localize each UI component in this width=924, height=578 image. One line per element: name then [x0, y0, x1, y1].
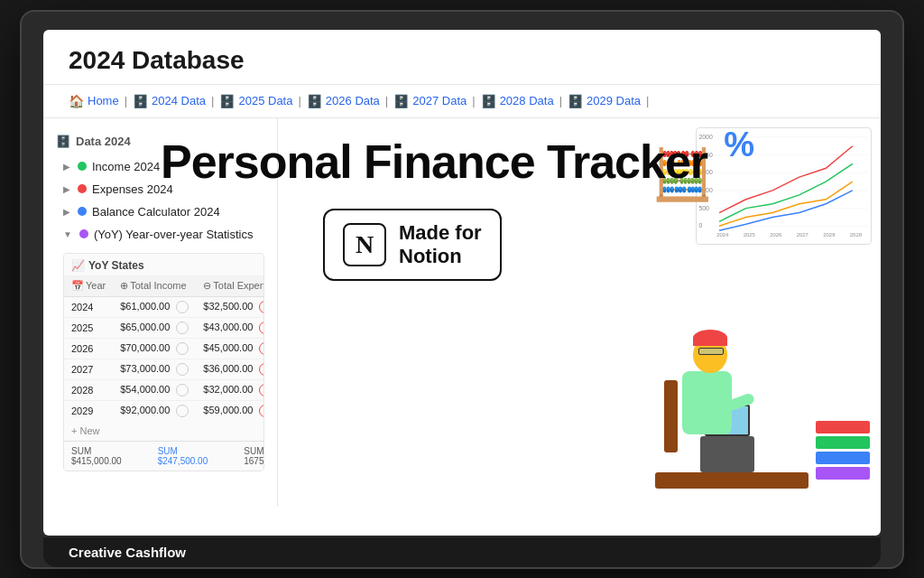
cell-year: 2028 [64, 379, 113, 400]
screen: 2024 Database 🏠 Home | 🗄️ 2024 Data | 🗄️… [43, 30, 881, 536]
cell-year: 2029 [64, 400, 113, 421]
yoy-table-wrap: 📈 YoY States 📅Year ⊕Total Income ⊖Total … [63, 253, 264, 472]
chart-svg: 2000 1750 1500 1000 500 0 [697, 128, 871, 244]
sidebar-item-balance[interactable]: ▶ Balance Calculator 2024 [43, 200, 277, 223]
table-row[interactable]: 2029 $92,000.00 $59,000.00 $33,000.00 36… [64, 400, 264, 421]
bottom-bar: Creative Cashflow [43, 537, 881, 567]
sidebar-item-yoy-header[interactable]: ▼ (YoY) Year-over-year Statistics [43, 223, 277, 246]
db-icon-2027: 🗄️ [393, 94, 409, 108]
nav-item-2026[interactable]: 🗄️ 2026 Data [307, 94, 380, 108]
new-row-button[interactable]: + New [64, 421, 263, 441]
col-year: 📅Year [64, 275, 113, 297]
collapse-icon-yoy: ▼ [63, 229, 72, 239]
cell-expense: $36,000.00 [196, 359, 264, 379]
db-icon-2026: 🗄️ [307, 94, 322, 108]
table-row[interactable]: 2026 $70,000.00 $45,000.00 $25,000.00 36… [64, 338, 264, 359]
svg-text:1500: 1500 [698, 169, 712, 175]
nav-item-2027[interactable]: 🗄️ 2027 Data [393, 94, 467, 108]
sum-row: SUM $415,000.00 SUM $247,500.00 SUM 1675… [64, 441, 263, 471]
yoy-section: 📈 YoY States 📅Year ⊕Total Income ⊖Total … [43, 246, 277, 472]
table-row[interactable]: 2028 $54,000.00 $32,000.00 $22,000.00 41… [64, 379, 264, 400]
svg-text:0: 0 [698, 222, 702, 228]
cell-income: $73,000.00 [113, 359, 196, 379]
sidebar-section-header: 🗄️ Data 2024 [43, 131, 277, 152]
laptop-frame: 2024 Database 🏠 Home | 🗄️ 2024 Data | 🗄️… [20, 10, 904, 569]
cell-expense: $32,000.00 [196, 379, 264, 400]
sidebar: 🗄️ Data 2024 ▶ Income 2024 ▶ Expenses 20… [43, 118, 278, 507]
cell-income: $54,000.00 [113, 379, 196, 400]
collapse-icon-income: ▶ [63, 162, 70, 172]
person-illustration [655, 308, 808, 489]
svg-text:2029: 2029 [850, 232, 862, 238]
cell-income: $61,000.00 [113, 296, 196, 317]
db-icon-2028: 🗄️ [481, 94, 496, 108]
collapse-icon-balance: ▶ [63, 207, 70, 217]
notion-badge: N Made for Notion [323, 209, 502, 282]
sidebar-item-income[interactable]: ▶ Income 2024 [43, 155, 277, 178]
cell-year: 2024 [64, 296, 113, 317]
cell-income: $65,000.00 [113, 317, 196, 338]
nav-item-2024[interactable]: 🗄️ 2024 Data [133, 94, 206, 108]
svg-text:500: 500 [698, 204, 709, 210]
cell-year: 2026 [64, 338, 113, 359]
stack-decoration [816, 421, 870, 480]
nav-item-2028[interactable]: 🗄️ 2028 Data [481, 94, 554, 108]
notion-badge-text: Made for Notion [399, 221, 482, 269]
table-row[interactable]: 2025 $65,000.00 $43,000.00 $22,000.00 34… [64, 317, 264, 338]
nav-item-2025[interactable]: 🗄️ 2025 Data [219, 94, 292, 108]
table-row[interactable]: 2024 $61,000.00 $32,500.00 $28,500.00 47… [64, 296, 264, 317]
col-expense: ⊖Total Expense [196, 275, 264, 297]
svg-text:1750: 1750 [698, 151, 712, 157]
dot-balance [78, 207, 87, 216]
svg-text:1000: 1000 [698, 186, 712, 192]
main-content: 🗄️ Data 2024 ▶ Income 2024 ▶ Expenses 20… [43, 118, 881, 507]
collapse-icon-expenses: ▶ [63, 184, 70, 194]
notion-logo: N [343, 223, 386, 266]
cell-expense: $32,500.00 [196, 296, 264, 317]
svg-text:2025: 2025 [744, 232, 756, 238]
cell-expense: $45,000.00 [196, 338, 264, 359]
dot-income [78, 162, 87, 171]
sidebar-item-expenses[interactable]: ▶ Expenses 2024 [43, 178, 277, 200]
cell-year: 2025 [64, 317, 113, 338]
cell-income: $70,000.00 [113, 338, 196, 359]
sum-balance: SUM 167500 [244, 446, 264, 466]
nav-bar: 🏠 Home | 🗄️ 2024 Data | 🗄️ 2025 Data | 🗄… [43, 85, 881, 118]
line-chart: 2000 1750 1500 1000 500 0 [696, 127, 872, 245]
svg-text:2027: 2027 [797, 232, 808, 238]
svg-text:2024: 2024 [716, 232, 729, 238]
cell-year: 2027 [64, 359, 113, 379]
nav-item-2029[interactable]: 🗄️ 2029 Data [568, 94, 641, 108]
yoy-data-table: 📅Year ⊕Total Income ⊖Total Expense ⊛Tota… [64, 275, 264, 422]
app-brand-label: Creative Cashflow [69, 545, 186, 560]
yoy-table-title: 📈 YoY States [64, 254, 263, 275]
db-icon-2025: 🗄️ [219, 94, 235, 108]
calculator-icon: 🧮 [651, 145, 714, 204]
svg-text:2000: 2000 [698, 133, 712, 139]
svg-text:2026: 2026 [770, 232, 782, 238]
home-icon: 🏠 [69, 94, 84, 108]
db-section-icon: 🗄️ [56, 135, 70, 148]
col-income: ⊕Total Income [113, 275, 196, 297]
page-title: 2024 Database [69, 46, 855, 75]
cell-expense: $43,000.00 [196, 317, 264, 338]
title-bar: 2024 Database [43, 30, 881, 85]
cell-income: $92,000.00 [113, 400, 196, 421]
percent-label: % [724, 126, 754, 164]
db-icon-2029: 🗄️ [568, 94, 583, 108]
dot-expenses [78, 184, 87, 193]
cell-expense: $59,000.00 [196, 400, 264, 421]
db-icon-2024: 🗄️ [133, 94, 148, 108]
nav-item-home[interactable]: 🏠 Home [69, 94, 119, 108]
dot-yoy [79, 229, 88, 238]
table-row[interactable]: 2027 $73,000.00 $36,000.00 $37,000.00 51… [64, 359, 264, 379]
svg-text:2028: 2028 [823, 232, 836, 238]
sum-expense: SUM $247,500.00 [158, 446, 208, 466]
sum-income: SUM $415,000.00 [71, 446, 122, 466]
